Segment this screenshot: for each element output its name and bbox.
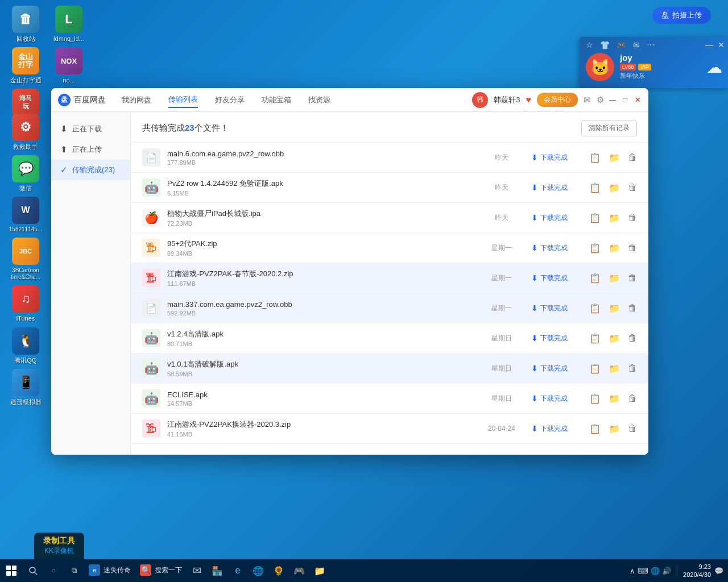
vip-button[interactable]: 会员中心 xyxy=(537,93,578,107)
taskbar-cortana-btn[interactable]: ○ xyxy=(43,559,64,582)
notification-center[interactable]: 💬 xyxy=(714,567,723,575)
nav-transfer-list[interactable]: 传输列表 xyxy=(168,92,198,108)
delete-file-btn[interactable]: 🗑 xyxy=(628,423,637,434)
clear-all-button[interactable]: 清除所有记录 xyxy=(581,120,637,136)
volume-icon[interactable]: 🔊 xyxy=(662,567,671,575)
settings-icon[interactable]: ⚙ xyxy=(597,95,604,105)
open-folder-btn[interactable]: 📋 xyxy=(589,333,601,344)
desktop-icon-cartoon[interactable]: 3BC 3BCartoontime&Che... xyxy=(6,238,46,281)
window-close[interactable]: ✕ xyxy=(634,96,642,104)
open-folder-btn[interactable]: 📋 xyxy=(589,152,601,163)
taskbar-app-search[interactable]: 🔍 搜索一下 xyxy=(135,559,187,582)
delete-file-btn[interactable]: 🗑 xyxy=(628,273,637,283)
desktop-icon-word[interactable]: W 158211145... xyxy=(6,197,46,233)
main-content: 共传输完成23个文件！ 清除所有记录 📄 main.6.com.ea.game.… xyxy=(131,112,648,455)
window-minimize[interactable]: — xyxy=(609,96,617,104)
expand-tray-icon[interactable]: ∧ xyxy=(630,567,635,575)
download-status-icon: ⬇ xyxy=(531,424,538,433)
qq-minimize[interactable]: — xyxy=(705,40,713,49)
file-name: v1.0.1高清破解版.apk xyxy=(167,359,472,369)
network-icon[interactable]: 🌐 xyxy=(651,567,660,575)
desktop-icon-mobile-sim[interactable]: 📱 逍遥模拟器 xyxy=(6,369,46,406)
sidebar-downloading[interactable]: ⬇ 正在下载 xyxy=(51,119,130,139)
nav-find-resource[interactable]: 找资源 xyxy=(308,93,330,107)
mail-icon[interactable]: ✉ xyxy=(584,95,591,105)
open-folder-btn[interactable]: 📋 xyxy=(589,273,601,284)
taskbar-clock[interactable]: 9:23 2020/4/30 xyxy=(683,563,711,579)
open-folder-btn[interactable]: 📋 xyxy=(589,423,601,434)
delete-file-btn[interactable]: 🗑 xyxy=(628,243,637,253)
open-folder-btn[interactable]: 📋 xyxy=(589,393,601,404)
qq-toolbar-more[interactable]: ⋯ xyxy=(647,40,655,49)
open-folder-btn[interactable]: 📋 xyxy=(589,303,601,314)
window-maximize[interactable]: □ xyxy=(621,96,629,104)
taskbar-app-mail[interactable]: ✉ xyxy=(187,559,207,582)
keyboard-icon[interactable]: ⌨ xyxy=(638,567,648,575)
file-info: 江南游戏-PVZ2PAK换装器-2020.3.zip 41.15MB xyxy=(167,419,472,438)
file-name: 95+2代PAK.zip xyxy=(167,239,472,249)
locate-file-btn[interactable]: 📁 xyxy=(609,333,620,344)
desktop-icon-qq[interactable]: 🐧 腾讯QQ xyxy=(6,327,46,364)
download-status-icon: ⬇ xyxy=(531,183,538,192)
file-name: ECLISE.apk xyxy=(167,390,472,399)
file-count: 23 xyxy=(185,123,195,132)
open-folder-btn[interactable]: 📋 xyxy=(589,213,601,223)
desktop-icon-weixin[interactable]: 💬 微信 xyxy=(6,155,46,192)
qq-close[interactable]: ✕ xyxy=(718,40,725,49)
locate-file-btn[interactable]: 📁 xyxy=(609,213,620,223)
start-button[interactable] xyxy=(0,559,23,582)
qq-toolbar-mail[interactable]: ✉ xyxy=(633,40,640,49)
taskbar-app-ie[interactable]: e 迷失传奇 xyxy=(84,559,135,582)
taskbar-app-folder[interactable]: 📁 xyxy=(309,559,330,582)
taskbar-app-edge[interactable]: e xyxy=(228,559,248,582)
delete-file-btn[interactable]: 🗑 xyxy=(628,393,637,404)
taskbar-app-chrome[interactable]: 🌐 xyxy=(248,559,268,582)
file-date: 昨天 xyxy=(479,183,524,193)
desktop-icon-jinshan[interactable]: 金山打字 金山打字通 xyxy=(6,47,46,84)
nav-my-disk[interactable]: 我的网盘 xyxy=(122,93,151,107)
nav-friend-share[interactable]: 好友分享 xyxy=(215,93,245,107)
qq-toolbar-shirt[interactable]: 👕 xyxy=(600,40,610,49)
locate-file-btn[interactable]: 📁 xyxy=(609,243,620,253)
baidu-upload-trigger[interactable]: 盘 拍摄上传 xyxy=(652,7,711,24)
delete-file-btn[interactable]: 🗑 xyxy=(628,182,637,193)
delete-file-btn[interactable]: 🗑 xyxy=(628,152,637,163)
file-row: 📄 main.6.com.ea.game.pvz2_row.obb 177.89… xyxy=(131,143,648,173)
locate-file-btn[interactable]: 📁 xyxy=(609,363,620,374)
locate-file-btn[interactable]: 📁 xyxy=(609,303,620,314)
delete-file-btn[interactable]: 🗑 xyxy=(628,333,637,343)
open-folder-btn[interactable]: 📋 xyxy=(589,363,601,374)
qq-toolbar-star[interactable]: ☆ xyxy=(586,40,593,49)
taskbar-app-store[interactable]: 🏪 xyxy=(207,559,228,582)
delete-file-btn[interactable]: 🗑 xyxy=(628,363,637,373)
file-name: PvZ2 row 1.4.244592 免验证版.apk xyxy=(167,178,472,189)
qq-cloud[interactable]: ☁ xyxy=(706,58,722,77)
file-date: 星期一 xyxy=(479,304,524,313)
taskbar-app-game[interactable]: 🎮 xyxy=(289,559,309,582)
locate-file-btn[interactable]: 📁 xyxy=(609,393,620,404)
locate-file-btn[interactable]: 📁 xyxy=(609,273,620,284)
open-folder-btn[interactable]: 📋 xyxy=(589,243,601,253)
window-body: ⬇ 正在下载 ⬆ 正在上传 ✓ 传输完成(23) 共传输完成23个文件！ xyxy=(51,112,648,455)
qq-toolbar-game[interactable]: 🎮 xyxy=(617,40,626,49)
file-status: ⬇ 下载完成 xyxy=(531,153,582,163)
sidebar-transfer-done[interactable]: ✓ 传输完成(23) xyxy=(51,160,130,180)
locate-file-btn[interactable]: 📁 xyxy=(609,182,620,193)
desktop-icon-ldmng[interactable]: L ldmnq_ld... xyxy=(49,6,89,43)
locate-file-btn[interactable]: 📁 xyxy=(609,423,620,434)
desktop-icon-jijiu[interactable]: ⚙ 救救助手 xyxy=(6,114,46,151)
nav-function-box[interactable]: 功能宝箱 xyxy=(262,93,291,107)
desktop-icon-itunes[interactable]: ♫ iTunes xyxy=(6,285,46,322)
svg-line-1 xyxy=(35,572,37,575)
desktop-icon-recycle[interactable]: 🗑 回收站 xyxy=(6,6,46,43)
locate-file-btn[interactable]: 📁 xyxy=(609,152,620,163)
file-name: 江南游戏-PVZ2PAK-春节版-2020.2.zip xyxy=(167,269,472,279)
delete-file-btn[interactable]: 🗑 xyxy=(628,303,637,313)
taskbar-search-btn[interactable] xyxy=(23,559,43,582)
sidebar-uploading[interactable]: ⬆ 正在上传 xyxy=(51,139,130,160)
delete-file-btn[interactable]: 🗑 xyxy=(628,213,637,223)
taskbar-task-view[interactable]: ⧉ xyxy=(64,559,84,582)
taskbar-app-pvz[interactable]: 🌻 xyxy=(268,559,289,582)
open-folder-btn[interactable]: 📋 xyxy=(589,182,601,193)
desktop-icon-nox[interactable]: NOX no... xyxy=(49,47,89,84)
